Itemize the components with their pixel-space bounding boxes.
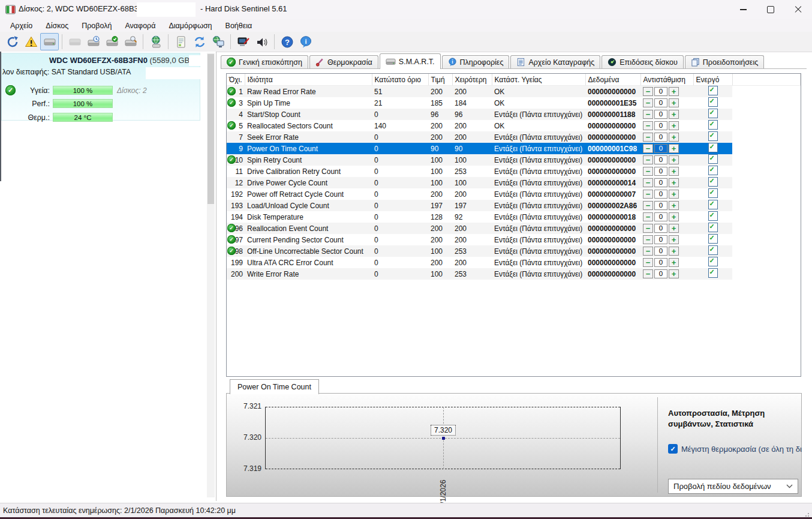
enabled-checkbox[interactable] (708, 166, 718, 175)
offset-decrease-button[interactable]: − (643, 269, 653, 278)
offset-increase-button[interactable]: + (669, 212, 679, 221)
offset-increase-button[interactable]: + (669, 167, 679, 176)
network-disk-button[interactable] (146, 33, 165, 50)
enabled-checkbox[interactable] (708, 245, 718, 255)
enabled-checkbox[interactable] (708, 131, 718, 141)
offset-value[interactable]: 0 (654, 269, 667, 278)
tab-overview[interactable]: Γενική επισκόπηση (221, 55, 308, 68)
offset-increase-button[interactable]: + (669, 155, 679, 164)
table-row-attribute-9[interactable]: 9Power On Time Count09090Εντάξει (Πάντα … (227, 143, 801, 154)
table-row-attribute-193[interactable]: 193Load/Unload Cycle Count0197197Εντάξει… (227, 200, 801, 211)
offset-decrease-button[interactable]: − (643, 110, 653, 119)
column-header-value[interactable]: Τιμή (428, 74, 452, 86)
table-row-attribute-1[interactable]: 1Raw Read Error Rate51200200OK0000000000… (227, 86, 801, 98)
enabled-checkbox[interactable] (708, 143, 718, 152)
disk-analyze-button[interactable] (121, 33, 140, 50)
maximize-button[interactable] (757, 0, 784, 19)
table-row-attribute-196[interactable]: 196Reallocation Event Count0200200Εντάξε… (227, 223, 801, 234)
table-row-attribute-192[interactable]: 192Power off Retract Cycle Count0200200Ε… (227, 188, 801, 200)
enabled-checkbox[interactable] (708, 97, 718, 107)
menu-item-report[interactable]: Αναφορά (118, 20, 162, 31)
scrollbar-thumb[interactable] (207, 54, 214, 204)
column-header-worst[interactable]: Χειρότερη (452, 74, 492, 86)
column-header-no[interactable]: Όχι. (227, 74, 245, 86)
disk-schedule-button[interactable] (84, 33, 103, 50)
enabled-checkbox[interactable] (708, 188, 718, 198)
info-button[interactable]: i (296, 33, 315, 50)
menu-item-view[interactable]: Προβολή (75, 20, 118, 31)
offset-value[interactable]: 0 (654, 87, 667, 96)
column-header-attribute[interactable]: Ιδιότητα (245, 74, 372, 86)
offset-decrease-button[interactable]: − (643, 258, 653, 267)
table-row-attribute-5[interactable]: 5Reallocated Sectors Count140200200OK000… (227, 120, 801, 131)
table-row-attribute-4[interactable]: 4Start/Stop Count09696Εντάξει (Πάντα επι… (227, 109, 801, 120)
acoustic-button[interactable] (252, 33, 271, 50)
table-row-attribute-12[interactable]: 12Drive Power Cycle Count0100100Εντάξει … (227, 177, 801, 188)
minimize-button[interactable] (729, 0, 757, 19)
offset-decrease-button[interactable]: − (643, 155, 653, 164)
offset-decrease-button[interactable]: − (643, 178, 653, 187)
report-button[interactable] (172, 33, 190, 50)
help-button[interactable]: ? (278, 33, 296, 50)
enabled-checkbox[interactable] (708, 268, 718, 278)
offset-value[interactable]: 0 (654, 167, 667, 176)
configuration-button[interactable] (234, 33, 252, 50)
enabled-checkbox[interactable] (708, 109, 718, 118)
offset-value[interactable]: 0 (654, 144, 667, 153)
offset-value[interactable]: 0 (654, 190, 667, 199)
enabled-checkbox[interactable] (708, 154, 718, 164)
enabled-checkbox[interactable] (708, 257, 718, 266)
offset-decrease-button[interactable]: − (643, 144, 653, 153)
offset-increase-button[interactable]: + (669, 235, 679, 244)
menu-item-configuration[interactable]: Διαμόρφωση (162, 20, 218, 31)
table-row-attribute-7[interactable]: 7Seek Error Rate0200200Εντάξει (Πάντα επ… (227, 131, 801, 143)
offset-value[interactable]: 0 (654, 110, 667, 119)
refresh-button[interactable] (3, 33, 22, 50)
table-row-attribute-199[interactable]: 199Ultra ATA CRC Error Count0200200Εντάξ… (227, 257, 801, 268)
tab-temperature[interactable]: Θερμοκρασία (309, 55, 378, 68)
tab-smart[interactable]: S.M.A.R.T. (380, 53, 441, 69)
table-row-attribute-3[interactable]: 3Spin Up Time21185184OK000000001E35−0+ (227, 97, 801, 109)
offset-value[interactable]: 0 (654, 224, 667, 233)
table-row-attribute-10[interactable]: 10Spin Retry Count0100100Εντάξει (Πάντα … (227, 154, 801, 166)
menu-item-help[interactable]: Βοήθεια (219, 20, 259, 31)
enabled-checkbox[interactable] (708, 86, 718, 95)
sidebar-scrollbar[interactable] (207, 53, 215, 497)
offset-increase-button[interactable]: + (669, 201, 679, 210)
offset-decrease-button[interactable]: − (643, 235, 653, 244)
offset-value[interactable]: 0 (654, 178, 667, 187)
table-row-attribute-198[interactable]: 198Off-Line Uncorrectable Sector Count01… (227, 245, 801, 257)
column-header-data[interactable]: Δεδομένα (585, 74, 640, 86)
disk-test-ok-button[interactable] (103, 33, 121, 50)
offset-increase-button[interactable]: + (669, 269, 679, 278)
offset-increase-button[interactable]: + (669, 98, 679, 107)
offset-increase-button[interactable]: + (669, 87, 679, 96)
table-row-attribute-11[interactable]: 11Drive Calibration Retry Count0100253Εν… (227, 166, 801, 177)
offset-decrease-button[interactable]: − (643, 201, 653, 210)
offset-increase-button[interactable]: + (669, 133, 679, 142)
enabled-checkbox[interactable] (708, 223, 718, 232)
offset-increase-button[interactable]: + (669, 110, 679, 119)
bottom-tab-power-on-time[interactable]: Power On Time Count (230, 379, 319, 394)
offset-increase-button[interactable]: + (669, 258, 679, 267)
table-row-attribute-194[interactable]: 194Disk Temperature012892Εντάξει (Πάντα … (227, 211, 801, 223)
offset-increase-button[interactable]: + (669, 224, 679, 233)
tab-information[interactable]: iΠληροφορίες (442, 55, 510, 68)
offset-decrease-button[interactable]: − (643, 224, 653, 233)
offset-decrease-button[interactable]: − (643, 167, 653, 176)
resize-grip[interactable] (808, 513, 809, 514)
offset-decrease-button[interactable]: − (643, 190, 653, 199)
enabled-checkbox[interactable] (708, 177, 718, 187)
offset-value[interactable]: 0 (654, 201, 667, 210)
max-temperature-checkbox[interactable] (668, 444, 678, 454)
offset-decrease-button[interactable]: − (643, 98, 653, 107)
enabled-checkbox[interactable] (708, 200, 718, 209)
table-row-attribute-197[interactable]: 197Current Pending Sector Count0200200Εν… (227, 234, 801, 245)
status-warning-button[interactable] (22, 33, 40, 50)
remote-monitoring-button[interactable] (209, 33, 227, 50)
sync-button[interactable] (190, 33, 209, 50)
tab-performance[interactable]: Επιδόσεις δίσκου (602, 55, 684, 68)
offset-decrease-button[interactable]: − (643, 133, 653, 142)
disk-card-selected[interactable]: WDC WD60EFZX-68B3FN0 (5589,0 GB) λον διε… (1, 53, 200, 121)
enabled-checkbox[interactable] (708, 120, 718, 130)
